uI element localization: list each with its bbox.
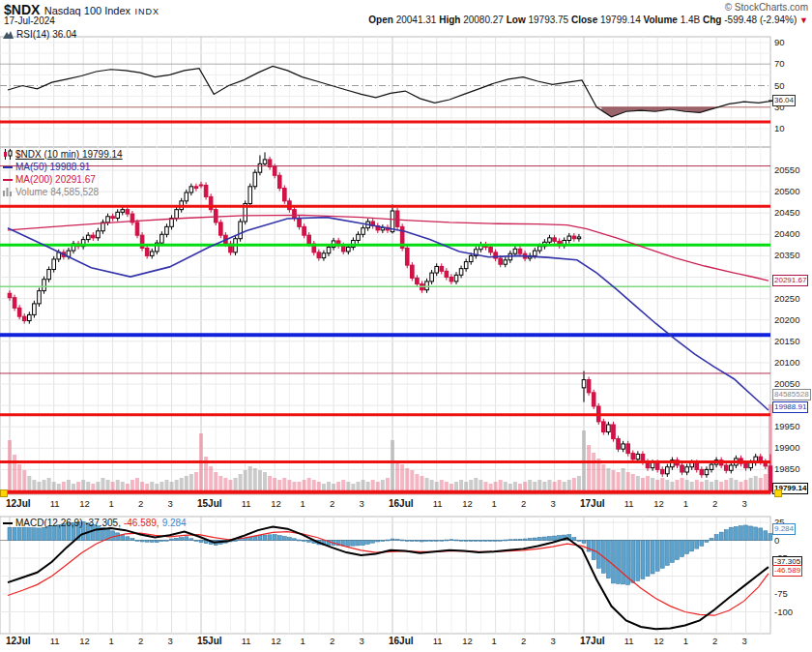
svg-text:2: 2 bbox=[330, 498, 334, 509]
macd-signal-value: -46.589, bbox=[124, 517, 160, 529]
svg-text:17Jul: 17Jul bbox=[580, 636, 605, 646]
svg-text:12: 12 bbox=[653, 636, 664, 646]
svg-text:20150: 20150 bbox=[774, 336, 799, 346]
annotation-handle-right[interactable] bbox=[774, 489, 782, 497]
svg-text:16Jul: 16Jul bbox=[389, 636, 414, 646]
svg-text:20550: 20550 bbox=[774, 164, 799, 175]
svg-text:11: 11 bbox=[433, 498, 443, 509]
svg-text:20100: 20100 bbox=[774, 357, 799, 368]
svg-text:20450: 20450 bbox=[774, 207, 799, 218]
value-box-9.284: 9.284 bbox=[772, 523, 796, 535]
high-value: 20080.27 bbox=[463, 15, 504, 25]
rsi-legend: RSI(14) 36.04 bbox=[3, 28, 76, 41]
price-legend: $NDX (10 min) 19799.14 MA(50) 19988.91 M… bbox=[3, 148, 123, 198]
svg-text:1: 1 bbox=[109, 498, 114, 509]
svg-text:12: 12 bbox=[79, 636, 90, 646]
close-value: 19799.14 bbox=[600, 15, 641, 25]
svg-text:15Jul: 15Jul bbox=[197, 636, 222, 646]
volume-legend-label[interactable]: Volume 84,585,528 bbox=[15, 186, 99, 198]
svg-text:12: 12 bbox=[271, 498, 281, 509]
high-label: High bbox=[439, 15, 460, 25]
svg-text:3: 3 bbox=[168, 498, 173, 509]
open-value: 20041.31 bbox=[396, 15, 437, 25]
svg-text:2: 2 bbox=[138, 636, 143, 646]
svg-text:15Jul: 15Jul bbox=[197, 498, 222, 509]
symbol-exchange: INDX bbox=[135, 7, 160, 16]
low-value: 19793.75 bbox=[528, 15, 568, 25]
svg-text:-100: -100 bbox=[774, 607, 793, 617]
svg-text:12Jul: 12Jul bbox=[6, 498, 31, 509]
rsi-legend-label[interactable]: RSI(14) 36.04 bbox=[16, 28, 76, 41]
svg-text:20050: 20050 bbox=[774, 378, 799, 389]
svg-text:11: 11 bbox=[624, 498, 634, 509]
svg-text:90: 90 bbox=[774, 37, 785, 47]
svg-text:0: 0 bbox=[774, 535, 779, 546]
svg-text:1: 1 bbox=[683, 636, 688, 646]
svg-text:2: 2 bbox=[712, 498, 717, 509]
svg-text:2: 2 bbox=[521, 498, 526, 509]
svg-text:2: 2 bbox=[712, 636, 717, 646]
svg-text:70: 70 bbox=[774, 58, 785, 69]
svg-text:3: 3 bbox=[742, 498, 747, 509]
value-box-19988.91: 19988.91 bbox=[772, 401, 808, 413]
svg-text:12: 12 bbox=[462, 498, 473, 509]
svg-text:20500: 20500 bbox=[774, 186, 799, 196]
svg-text:3: 3 bbox=[360, 636, 364, 646]
macd-legend-label[interactable]: MACD(12,26,9) -37.305, bbox=[15, 517, 121, 529]
svg-text:12: 12 bbox=[653, 498, 664, 509]
area-chart-icon bbox=[3, 30, 14, 39]
macd-line-swatch-icon bbox=[3, 522, 13, 524]
svg-text:19850: 19850 bbox=[774, 463, 799, 474]
ma50-swatch-icon bbox=[3, 166, 13, 168]
chg-down-arrow-icon: ▼ bbox=[799, 15, 808, 25]
chg-label: Chg bbox=[703, 15, 721, 25]
chart-canvas[interactable]: 9070503010205502050020450204002035020250… bbox=[0, 0, 812, 652]
value-box-36.04: 36.04 bbox=[772, 95, 796, 106]
svg-text:3: 3 bbox=[360, 498, 364, 509]
svg-text:17Jul: 17Jul bbox=[580, 498, 605, 509]
candlestick-icon bbox=[3, 149, 13, 160]
svg-text:11: 11 bbox=[242, 498, 251, 509]
macd-legend: MACD(12,26,9) -37.305, -46.589, 9.284 bbox=[3, 517, 187, 529]
svg-text:1: 1 bbox=[109, 636, 114, 646]
svg-text:11: 11 bbox=[433, 636, 443, 646]
ma200-legend-label[interactable]: MA(200) 20291.67 bbox=[15, 173, 96, 186]
chg-value: -599.48 (-2.94%) bbox=[724, 15, 797, 25]
ma50-legend-label[interactable]: MA(50) 19988.91 bbox=[15, 161, 90, 173]
svg-text:50: 50 bbox=[774, 80, 785, 91]
svg-text:3: 3 bbox=[551, 636, 556, 646]
svg-text:12Jul: 12Jul bbox=[6, 636, 31, 646]
svg-text:3: 3 bbox=[168, 636, 173, 646]
svg-text:11: 11 bbox=[50, 498, 60, 509]
svg-text:2: 2 bbox=[521, 636, 526, 646]
svg-text:11: 11 bbox=[624, 636, 634, 646]
chart-date: 17-Jul-2024 bbox=[4, 15, 55, 26]
volume-bars-icon bbox=[3, 188, 13, 196]
low-label: Low bbox=[507, 15, 526, 25]
open-label: Open bbox=[368, 15, 393, 25]
macd-hist-value: 9.284 bbox=[162, 517, 187, 529]
svg-text:-75: -75 bbox=[774, 588, 788, 599]
annotation-handle-left[interactable] bbox=[0, 489, 8, 497]
svg-text:12: 12 bbox=[271, 636, 281, 646]
close-label: Close bbox=[571, 15, 597, 25]
ohlc-summary: Open 20041.31 High 20080.27 Low 19793.75… bbox=[368, 15, 808, 25]
main-panel-border bbox=[0, 147, 770, 494]
value-box-20291.67: 20291.67 bbox=[772, 275, 808, 286]
svg-text:1: 1 bbox=[492, 636, 497, 646]
svg-text:2: 2 bbox=[330, 636, 334, 646]
svg-text:19950: 19950 bbox=[774, 421, 799, 431]
svg-text:20400: 20400 bbox=[774, 228, 799, 239]
value-box-84585528: 84585528 bbox=[772, 389, 811, 400]
volume-label: Volume bbox=[643, 15, 677, 25]
svg-text:1: 1 bbox=[301, 498, 305, 509]
svg-text:2: 2 bbox=[138, 498, 143, 509]
svg-text:10: 10 bbox=[774, 123, 785, 133]
svg-text:20250: 20250 bbox=[774, 293, 799, 304]
svg-text:11: 11 bbox=[242, 636, 251, 646]
copyright: © StockCharts.com bbox=[725, 2, 808, 13]
value-box-46.589: -46.589 bbox=[772, 565, 802, 577]
price-legend-title[interactable]: $NDX (10 min) 19799.14 bbox=[15, 148, 123, 161]
svg-text:20200: 20200 bbox=[774, 314, 799, 325]
svg-text:19900: 19900 bbox=[774, 442, 799, 453]
